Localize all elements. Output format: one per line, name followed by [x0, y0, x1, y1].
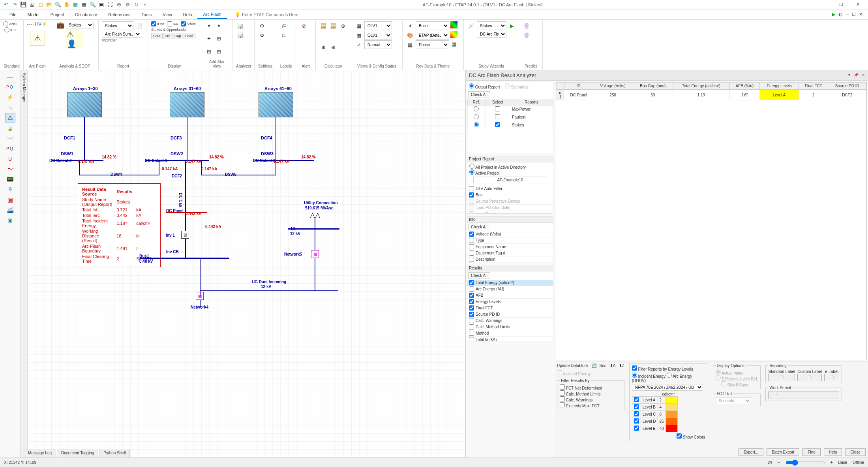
star-btn2[interactable]: ✦ — [214, 21, 223, 30]
refresh-icon[interactable]: ↻ — [133, 1, 140, 8]
report-study-select[interactable]: Stokes — [102, 21, 133, 30]
filter-loadterm[interactable]: Load Terminal — [467, 211, 553, 213]
select-icon[interactable]: ▣ — [98, 1, 105, 8]
one-line-canvas[interactable]: Arrays 1~30 Arrays 31~60 Arrays 61~90 DC… — [28, 70, 465, 458]
mdi-min-icon[interactable]: ─ — [846, 12, 849, 17]
solar-array-2[interactable] — [170, 92, 204, 117]
btn-cust-label[interactable]: 📄 — [797, 374, 822, 381]
res-method[interactable]: Method — [467, 330, 553, 337]
btn-batch-export[interactable]: Batch Export — [767, 448, 799, 456]
star-btn6[interactable]: ⊞ — [214, 47, 223, 56]
btn-close[interactable]: Close — [845, 448, 866, 456]
rev-pal1[interactable] — [450, 21, 457, 28]
level-a-row[interactable]: Level A2 — [632, 397, 677, 404]
report-row-paukert[interactable]: Paukert — [468, 113, 553, 121]
redo-icon[interactable]: ↷ — [11, 1, 18, 8]
info-voltage[interactable]: Voltage (Volts) — [467, 231, 553, 237]
pill-src[interactable]: Src — [163, 33, 172, 39]
rev-pal2[interactable] — [450, 31, 457, 38]
grid-icon[interactable]: ▦ — [81, 1, 88, 8]
analyzer-btn1[interactable]: 📊 — [236, 21, 245, 30]
calc-btn4[interactable]: ⊕ — [319, 43, 328, 52]
res-totalia[interactable]: Total Ia (kA) — [467, 337, 553, 341]
chk-calc-warn[interactable]: Calc. Warnings — [560, 398, 592, 402]
radio-actual[interactable]: Actual Value — [716, 371, 744, 375]
analysis-select[interactable]: Stokes — [66, 22, 94, 28]
new-icon[interactable]: ◻ — [37, 1, 44, 8]
filter-bus[interactable]: Bus — [467, 192, 553, 198]
menu-file[interactable]: File — [4, 11, 22, 19]
open-icon[interactable]: 📂 — [46, 1, 53, 8]
predict-btn1[interactable]: 🔮 — [522, 21, 531, 30]
tool-globe[interactable]: ◉ — [5, 216, 15, 225]
filter-loadpd[interactable]: Load PD (Bus Side) — [467, 205, 553, 211]
pill-cnvt[interactable]: Cnvt — [151, 33, 163, 39]
menu-tools[interactable]: Tools — [136, 11, 157, 19]
command-search[interactable]: 💡 — [235, 12, 313, 17]
chk-exceeds-fct[interactable]: Exceeds Max. FCT — [560, 404, 600, 408]
res-finalfct[interactable]: Final FCT — [467, 305, 553, 311]
zoomin-icon[interactable]: ⊕ — [115, 1, 122, 8]
tab-msglog[interactable]: Message Log — [24, 450, 56, 458]
zoom-icon[interactable]: 🔍 — [89, 1, 96, 8]
arcflash-btn[interactable]: ⚠ — [30, 31, 45, 46]
btn-elabel[interactable]: 📄 — [824, 374, 839, 381]
view-sel1[interactable]: OLV1 — [364, 21, 392, 30]
info-eqname[interactable]: Equipment Name — [467, 244, 553, 250]
res-totalenergy[interactable]: Total Energy (cal/cm²) — [467, 280, 553, 286]
tool-wave[interactable]: 〰 — [5, 134, 15, 143]
theme-icon[interactable]: ◐ — [838, 12, 842, 17]
chk-show-colors[interactable]: Show Colors — [677, 435, 705, 439]
btn-checkall-results[interactable]: Check All — [468, 272, 490, 279]
star-btn5[interactable]: ⊞ — [204, 47, 213, 56]
calc-btn1[interactable]: 🧮 — [319, 21, 328, 30]
save-icon[interactable]: 💾 — [20, 1, 27, 8]
sqop-btn[interactable]: ⚠👤 — [66, 30, 84, 48]
radio-all-proj[interactable]: All Project in Active Directory — [469, 165, 526, 169]
rev-btn1[interactable]: ✴ — [406, 21, 414, 30]
sort-desc-icon[interactable]: ⬇Z — [619, 363, 624, 368]
info-eqtag[interactable]: Equipment Tag # — [467, 250, 553, 256]
tab-doctag[interactable]: Document Tagging — [57, 450, 98, 458]
settings-btn1[interactable]: ⚙ — [258, 21, 266, 30]
view-sel3[interactable]: Normal — [364, 40, 392, 49]
level-e-row[interactable]: Level E40 — [632, 425, 677, 432]
chk-filter-reports[interactable]: Filter Reports by Energy Levels — [632, 367, 693, 371]
radio-output-report[interactable]: Output Report — [469, 83, 500, 89]
menu-view[interactable]: View — [157, 11, 178, 19]
tool-leaf[interactable]: 🍃 — [5, 123, 15, 133]
flag-icon[interactable]: ▶ — [832, 12, 835, 17]
sym-inv1[interactable]: ▨ — [181, 231, 189, 239]
close-icon[interactable]: ✕ — [850, 1, 866, 9]
sym-net5[interactable]: ▩ — [311, 250, 319, 258]
tab-python[interactable]: Python Shell — [99, 450, 130, 458]
rev-sel1[interactable]: Base — [416, 21, 449, 30]
tool-line[interactable]: — — [5, 72, 15, 81]
btn-std-label[interactable]: 📄 — [768, 374, 795, 381]
ruler-icon[interactable]: ▦ — [72, 1, 79, 8]
view-btn1[interactable]: ▦ — [354, 21, 363, 30]
iec-radio[interactable]: IEC — [4, 27, 16, 32]
update-datablock[interactable]: Update Datablock — [557, 363, 589, 368]
wiz-sel2[interactable]: DC Arc Flash — [477, 31, 506, 38]
radio-active-proj[interactable]: Active Project — [469, 171, 499, 175]
calc-btn5[interactable]: ⊕ — [329, 43, 337, 52]
radio-ie[interactable]: Incident Energy — [632, 374, 666, 378]
view-btn3[interactable]: ✓ — [354, 40, 363, 49]
report-row-maxpower[interactable]: MaxPower — [468, 105, 553, 113]
menu-references[interactable]: References — [103, 11, 136, 19]
rev-btn3[interactable]: ▦ — [406, 40, 414, 49]
report-type-select[interactable]: Arc Flash Sum... — [102, 31, 141, 38]
results-grid[interactable]: ID Voltage (Volts) Bus Gap (mm) Total En… — [556, 82, 867, 360]
predict-btn2[interactable]: 🔮 — [522, 31, 531, 40]
zoom-slider[interactable] — [786, 459, 825, 466]
menu-collaborate[interactable]: Collaborate — [69, 11, 103, 19]
tool-sine[interactable]: 〜 — [5, 164, 15, 174]
rev-sel3[interactable]: Phase — [416, 40, 449, 49]
filter-spd[interactable]: Source Protective Device — [467, 198, 553, 205]
mdi-close-icon[interactable]: ✕ — [859, 12, 862, 17]
tool-warn[interactable]: ⚠ — [5, 113, 15, 122]
radio-diff[interactable]: Differences with Ref. — [716, 377, 758, 381]
alert-btn[interactable]: ⊘ — [299, 21, 308, 30]
btn-checkall-reports[interactable]: Check All — [468, 91, 490, 98]
